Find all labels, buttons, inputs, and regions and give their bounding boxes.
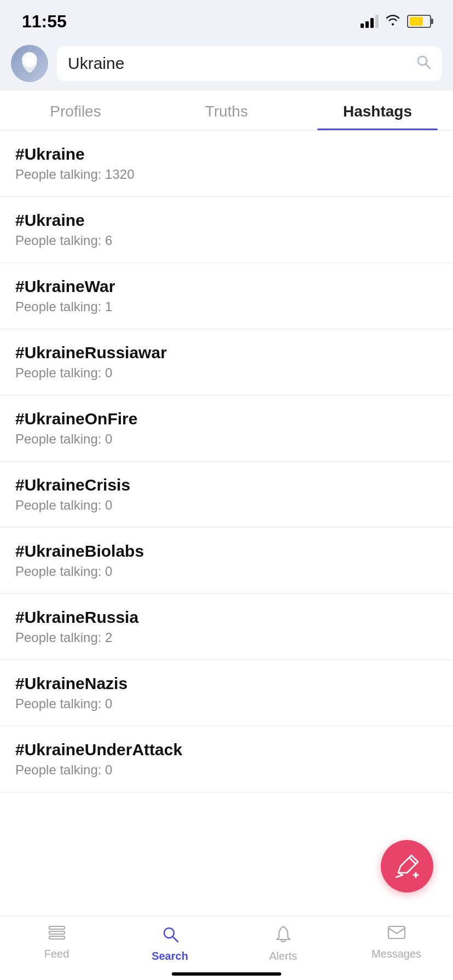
nav-label-feed: Feed (44, 948, 69, 960)
hashtag-item[interactable]: #UkraineNazis People talking: 0 (0, 660, 453, 726)
status-icons: ⚡ (361, 14, 431, 29)
hashtag-count: People talking: 0 (15, 762, 438, 778)
svg-point-1 (25, 54, 34, 63)
nav-item-alerts[interactable]: Alerts (226, 925, 340, 962)
feed-icon (48, 925, 66, 944)
svg-rect-10 (49, 931, 65, 934)
svg-point-2 (418, 56, 427, 65)
signal-icon (361, 15, 379, 28)
app-logo (11, 45, 48, 82)
main-content: #Ukraine People talking: 1320 #Ukraine P… (0, 131, 453, 891)
nav-item-messages[interactable]: Messages (340, 925, 453, 962)
search-nav-icon (161, 925, 179, 947)
hashtag-item[interactable]: #UkraineWar People talking: 1 (0, 263, 453, 329)
tab-truths[interactable]: Truths (151, 91, 302, 130)
search-header: Ukraine (0, 38, 453, 91)
hashtag-name: #UkraineUnderAttack (15, 740, 438, 759)
hashtag-item[interactable]: #UkraineOnFire People talking: 0 (0, 395, 453, 462)
svg-line-13 (173, 937, 178, 942)
alerts-icon (276, 925, 291, 947)
hashtag-count: People talking: 0 (15, 431, 438, 447)
hashtag-count: People talking: 1 (15, 299, 438, 314)
hashtag-count: People talking: 2 (15, 630, 438, 645)
svg-line-3 (426, 64, 431, 68)
messages-icon (387, 925, 406, 944)
tab-hashtags[interactable]: Hashtags (302, 91, 453, 130)
search-input[interactable]: Ukraine (68, 54, 409, 73)
hashtag-item[interactable]: #UkraineUnderAttack People talking: 0 (0, 726, 453, 792)
hashtag-name: #UkraineNazis (15, 674, 438, 693)
hashtag-item[interactable]: #UkraineRussia People talking: 2 (0, 594, 453, 660)
hashtag-item[interactable]: #UkraineCrisis People talking: 0 (0, 462, 453, 528)
search-icon (416, 54, 431, 73)
svg-line-6 (396, 875, 403, 877)
nav-item-feed[interactable]: Feed (0, 925, 113, 962)
hashtag-name: #UkraineOnFire (15, 410, 438, 428)
hashtag-item[interactable]: #UkraineRussiawar People talking: 0 (0, 329, 453, 395)
wifi-icon (385, 14, 400, 29)
home-indicator (172, 972, 281, 976)
hashtag-item[interactable]: #UkraineBiolabs People talking: 0 (0, 528, 453, 594)
hashtag-item[interactable]: #Ukraine People talking: 6 (0, 197, 453, 263)
compose-icon (394, 853, 420, 879)
tabs: Profiles Truths Hashtags (0, 91, 453, 131)
hashtag-name: #Ukraine (15, 211, 438, 230)
hashtag-count: People talking: 0 (15, 365, 438, 381)
search-box[interactable]: Ukraine (57, 46, 442, 81)
hashtag-item[interactable]: #Ukraine People talking: 1320 (0, 131, 453, 197)
hashtag-name: #Ukraine (15, 145, 438, 164)
hashtag-count: People talking: 0 (15, 498, 438, 513)
hashtag-name: #UkraineRussiawar (15, 343, 438, 362)
nav-label-messages: Messages (371, 948, 421, 960)
bottom-nav: Feed Search Alerts Messages (0, 916, 453, 980)
nav-label-search: Search (152, 950, 188, 962)
hashtag-count: People talking: 1320 (15, 167, 438, 182)
svg-rect-11 (49, 936, 65, 939)
tab-profiles[interactable]: Profiles (0, 91, 151, 130)
status-time: 11:55 (22, 11, 67, 32)
hashtag-count: People talking: 0 (15, 564, 438, 579)
battery-icon: ⚡ (407, 15, 431, 28)
nav-item-search[interactable]: Search (113, 925, 226, 962)
hashtag-name: #UkraineWar (15, 277, 438, 296)
hashtag-count: People talking: 0 (15, 696, 438, 711)
svg-rect-14 (388, 926, 405, 938)
hashtag-count: People talking: 6 (15, 233, 438, 248)
hashtag-list: #Ukraine People talking: 1320 #Ukraine P… (0, 131, 453, 792)
hashtag-name: #UkraineRussia (15, 608, 438, 627)
compose-button[interactable] (381, 840, 433, 892)
status-bar: 11:55 ⚡ (0, 0, 453, 38)
nav-label-alerts: Alerts (269, 950, 297, 962)
hashtag-name: #UkraineCrisis (15, 476, 438, 494)
hashtag-name: #UkraineBiolabs (15, 542, 438, 561)
svg-rect-9 (49, 926, 65, 929)
